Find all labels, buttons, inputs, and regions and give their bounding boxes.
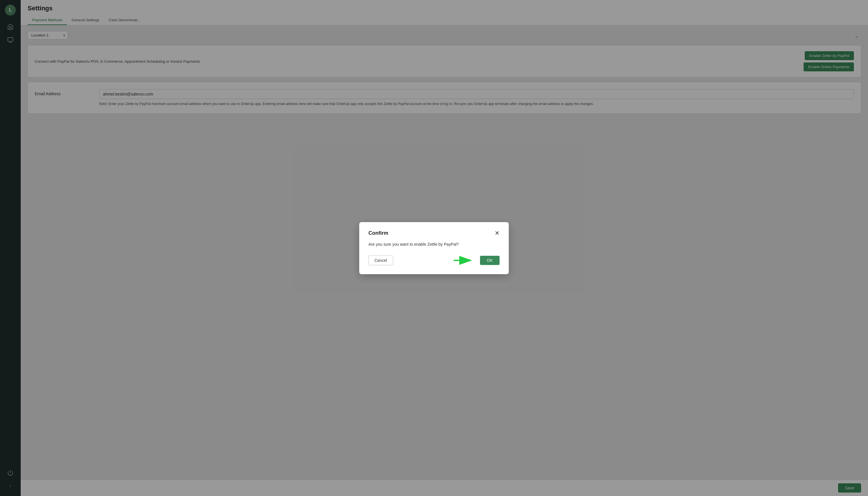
modal-footer: Cancel OK xyxy=(368,254,500,266)
modal-overlay: Confirm ✕ Are you sure you want to enabl… xyxy=(0,0,868,496)
modal-footer-right: OK xyxy=(453,254,500,266)
arrow-graphic xyxy=(453,254,475,266)
modal-header: Confirm ✕ xyxy=(368,230,500,236)
modal-title: Confirm xyxy=(368,230,388,236)
modal-close-button[interactable]: ✕ xyxy=(495,230,500,236)
arrow-icon xyxy=(453,254,475,266)
modal-ok-button[interactable]: OK xyxy=(480,256,500,265)
modal-body: Are you sure you want to enable Zettle b… xyxy=(368,242,500,247)
confirm-modal: Confirm ✕ Are you sure you want to enabl… xyxy=(359,222,509,274)
modal-cancel-button[interactable]: Cancel xyxy=(368,255,393,265)
